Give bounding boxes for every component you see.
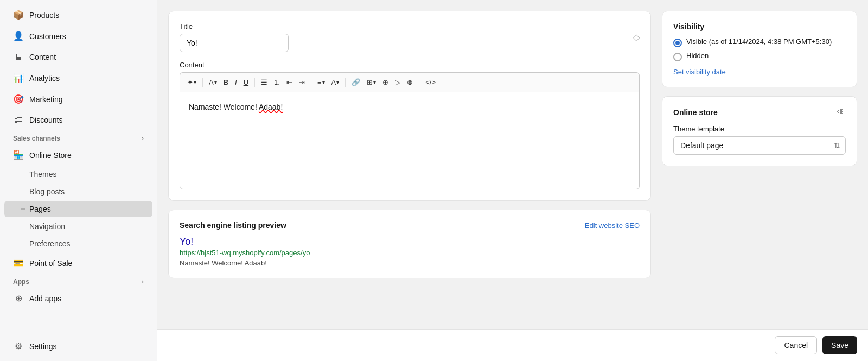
seo-preview-card: Search engine listing preview Edit websi… [168, 210, 651, 278]
toolbar-source-btn[interactable]: </> [423, 76, 438, 88]
sidebar-item-analytics-label: Analytics [29, 74, 60, 83]
sidebar-item-themes-label: Themes [29, 170, 57, 179]
set-visibility-date-link[interactable]: Set visibility date [673, 68, 726, 76]
toolbar-bold-btn[interactable]: B [221, 76, 231, 88]
sidebar-item-marketing[interactable]: 🎯 Marketing [4, 89, 152, 109]
save-button[interactable]: Save [822, 336, 857, 354]
sidebar-item-pages-label: Pages [29, 205, 51, 213]
apps-section: Apps › [0, 274, 157, 288]
editor-area[interactable]: Namaste! Welcome! Adaab! [180, 92, 640, 189]
sidebar-item-content-label: Content [29, 53, 56, 61]
visibility-title: Visibility [673, 22, 846, 31]
pin-icon[interactable]: ◇ [633, 32, 640, 42]
sidebar-item-settings[interactable]: ⚙ Settings [4, 336, 152, 356]
squiggly-word: Adaab! [259, 103, 283, 111]
sidebar-item-themes[interactable]: Themes [4, 166, 152, 182]
seo-page-title: Yo! [180, 236, 640, 248]
customers-icon: 👤 [13, 31, 24, 41]
toolbar-table-btn[interactable]: ⊞ ▾ [364, 76, 379, 88]
visibility-visible-option[interactable]: Visible (as of 11/14/2024, 4:38 PM GMT+5… [673, 37, 846, 47]
theme-template-label: Theme template [673, 125, 846, 133]
toolbar-indent-dec-btn[interactable]: ⇤ [284, 76, 295, 88]
sidebar-item-customers-label: Customers [29, 32, 66, 41]
online-store-header: Online store 👁 [673, 107, 846, 117]
title-field: Title ◇ [180, 22, 640, 52]
right-column: Visibility Visible (as of 11/14/2024, 4:… [662, 11, 857, 350]
visibility-card: Visibility Visible (as of 11/14/2024, 4:… [662, 11, 857, 87]
hidden-label: Hidden [686, 52, 709, 60]
sidebar-item-online-store[interactable]: 🏪 Online Store [4, 145, 152, 165]
sidebar-item-settings-label: Settings [29, 342, 57, 351]
online-store-card: Online store 👁 Theme template Default pa… [662, 96, 857, 166]
visible-radio[interactable] [673, 39, 682, 47]
content-field: Content ✦ ▾ A ▾ B I U ☰ 1. ⇤ ⇥ ≡ ▾ A ▾ [180, 61, 640, 189]
visible-label: Visible (as of 11/14/2024, 4:38 PM GMT+5… [686, 37, 832, 46]
analytics-icon: 📊 [13, 73, 24, 83]
footer-bar: Cancel Save [157, 329, 868, 361]
sidebar-item-pos-label: Point of Sale [29, 259, 72, 268]
seo-section-title: Search engine listing preview [180, 221, 286, 230]
sidebar-item-preferences[interactable]: Preferences [4, 236, 152, 252]
toolbar-ordered-list-btn[interactable]: 1. [271, 76, 283, 88]
sidebar-item-point-of-sale[interactable]: 💳 Point of Sale [4, 253, 152, 273]
toolbar-sep-2 [254, 78, 255, 87]
sidebar-item-products[interactable]: 📦 Products [4, 5, 152, 25]
toolbar-underline-btn[interactable]: U [241, 76, 251, 88]
preview-eye-icon[interactable]: 👁 [837, 107, 846, 117]
sidebar-item-blog-posts[interactable]: Blog posts [4, 183, 152, 200]
seo-header: Search engine listing preview Edit websi… [180, 221, 640, 230]
discounts-icon: 🏷 [13, 115, 24, 125]
add-apps-icon: ⊕ [13, 293, 24, 303]
theme-template-select[interactable]: Default page Contact FAQ [673, 136, 846, 155]
toolbar-sep-3 [311, 78, 311, 87]
hidden-radio[interactable] [673, 53, 682, 61]
sidebar-item-add-apps[interactable]: ⊕ Add apps [4, 288, 152, 308]
sidebar: 📦 Products 👤 Customers 🖥 Content 📊 Analy… [0, 0, 157, 361]
point-of-sale-icon: 💳 [13, 258, 24, 268]
editor-content: Namaste! Welcome! Adaab! [189, 101, 630, 113]
editor-toolbar: ✦ ▾ A ▾ B I U ☰ 1. ⇤ ⇥ ≡ ▾ A ▾ 🔗 ⊞ [180, 72, 640, 92]
visibility-hidden-option[interactable]: Hidden [673, 52, 846, 61]
sidebar-item-customers[interactable]: 👤 Customers [4, 26, 152, 46]
main-content: Title ◇ Content ✦ ▾ A ▾ B I U ☰ 1 [157, 0, 868, 361]
sidebar-item-pages[interactable]: Pages [4, 201, 152, 217]
sidebar-item-discounts[interactable]: 🏷 Discounts [4, 110, 152, 130]
toolbar-color-btn[interactable]: A ▾ [329, 76, 342, 88]
sidebar-item-analytics[interactable]: 📊 Analytics [4, 68, 152, 88]
sidebar-item-content[interactable]: 🖥 Content [4, 47, 152, 67]
visibility-radio-group: Visible (as of 11/14/2024, 4:38 PM GMT+5… [673, 37, 846, 61]
sales-channels-chevron[interactable]: › [142, 135, 144, 142]
toolbar-placeholder-btn[interactable]: ⊗ [404, 76, 416, 88]
toolbar-sep-1 [202, 78, 203, 87]
sidebar-item-online-store-label: Online Store [29, 151, 72, 160]
sidebar-item-navigation[interactable]: Navigation [4, 218, 152, 235]
title-label: Title [180, 22, 629, 30]
settings-icon: ⚙ [13, 341, 24, 351]
sales-channels-section: Sales channels › [0, 130, 157, 144]
cancel-button[interactable]: Cancel [775, 336, 817, 354]
online-store-icon: 🏪 [13, 150, 24, 160]
sidebar-item-discounts-label: Discounts [29, 116, 62, 124]
toolbar-indent-inc-btn[interactable]: ⇥ [296, 76, 308, 88]
toolbar-align-btn[interactable]: ≡ ▾ [315, 76, 328, 88]
toolbar-link-btn[interactable]: 🔗 [349, 76, 363, 88]
products-icon: 📦 [13, 10, 24, 20]
toolbar-magic-btn[interactable]: ✦ ▾ [184, 76, 199, 88]
edit-seo-link[interactable]: Edit website SEO [585, 221, 640, 230]
seo-url: https://hjst51-wq.myshopify.com/pages/yo [180, 249, 640, 257]
toolbar-video-btn[interactable]: ▷ [392, 76, 403, 88]
toolbar-bullet-list-btn[interactable]: ☰ [258, 76, 270, 88]
sidebar-item-marketing-label: Marketing [29, 95, 62, 104]
toolbar-sep-4 [345, 78, 346, 87]
sidebar-item-preferences-label: Preferences [29, 239, 70, 248]
apps-chevron[interactable]: › [142, 278, 144, 286]
online-store-title: Online store [673, 108, 718, 117]
toolbar-font-btn[interactable]: A ▾ [206, 76, 220, 88]
title-input[interactable] [180, 34, 289, 52]
toolbar-italic-btn[interactable]: I [232, 76, 240, 88]
content-label: Content [180, 61, 640, 69]
marketing-icon: 🎯 [13, 94, 24, 104]
seo-description: Namaste! Welcome! Adaab! [180, 259, 640, 267]
toolbar-image-btn[interactable]: ⊕ [380, 76, 391, 88]
center-column: Title ◇ Content ✦ ▾ A ▾ B I U ☰ 1 [168, 11, 651, 350]
